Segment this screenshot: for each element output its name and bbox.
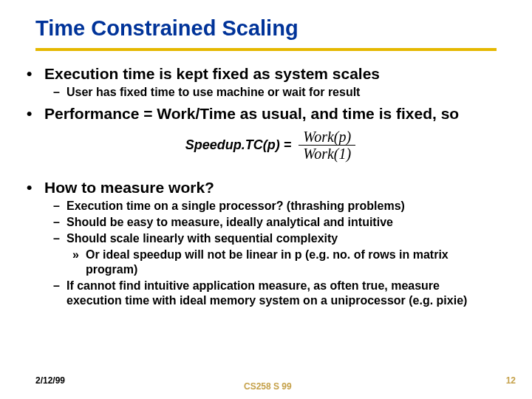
formula-denominator: Work(1) (299, 146, 355, 162)
slide-body: Execution time is kept fixed as system s… (0, 51, 532, 308)
subsubbullet-ideal-speedup: Or ideal speedup will not be linear in p… (86, 248, 497, 277)
footer-date: 2/12/99 (35, 375, 65, 386)
footer-course: CS258 S 99 (244, 381, 292, 392)
subbullet-cannot-find: If cannot find intuitive application mea… (66, 279, 497, 308)
formula-fraction: Work(p) Work(1) (299, 129, 355, 162)
formula-row: Speedup.TC(p) = Work(p) Work(1) (44, 129, 497, 162)
slide: Time Constrained Scaling Execution time … (0, 0, 532, 399)
slide-title: Time Constrained Scaling (0, 0, 532, 45)
footer-page: 12 (506, 375, 516, 386)
subbullet-user-fixed-time: User has fixed time to use machine or wa… (66, 85, 497, 100)
subbullet-single-proc: Execution time on a single processor? (t… (66, 199, 497, 214)
bullet-execution: Execution time is kept fixed as system s… (44, 64, 497, 83)
formula-lhs: Speedup.TC(p) = (185, 137, 292, 154)
formula-numerator: Work(p) (299, 129, 355, 146)
subbullet-scale-linearly: Should scale linearly with sequential co… (66, 231, 497, 246)
bullet-measure-work: How to measure work? (44, 178, 497, 197)
subbullet-easy-measure: Should be easy to measure, ideally analy… (66, 215, 497, 230)
bullet-performance: Performance = Work/Time as usual, and ti… (44, 104, 497, 123)
